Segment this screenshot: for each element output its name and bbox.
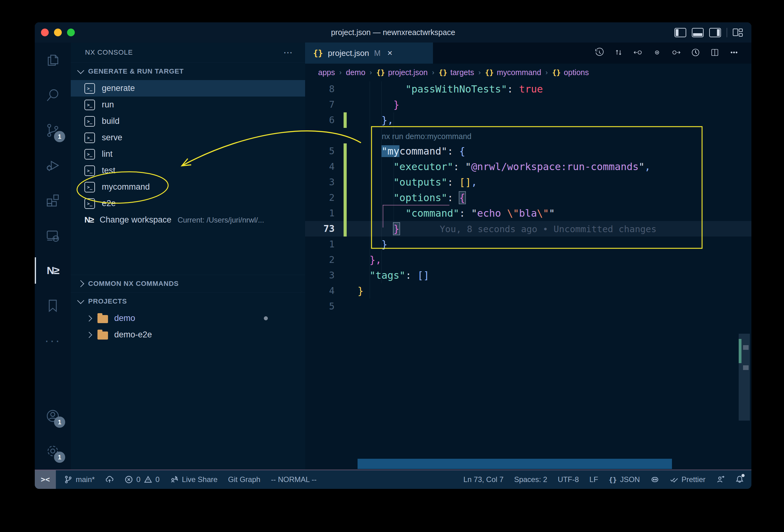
search-icon[interactable] <box>35 78 71 113</box>
breadcrumb-item-demo[interactable]: demo <box>346 68 366 77</box>
remote-explorer-icon[interactable] <box>35 218 71 253</box>
toggle-secondary-sidebar-icon[interactable] <box>709 28 721 37</box>
gutter: 5 <box>305 143 358 159</box>
branch-indicator[interactable]: main* <box>64 475 95 484</box>
customize-layout-icon[interactable] <box>733 28 743 37</box>
sidebar-item-serve[interactable]: >_ serve <box>71 130 305 146</box>
code-line[interactable]: 3 "outputs": [], <box>305 174 751 190</box>
live-share-button[interactable]: Live Share <box>170 475 218 484</box>
sidebar-item-run[interactable]: >_ run <box>71 96 305 113</box>
code-line[interactable]: 5 <box>305 299 751 314</box>
previous-change-icon[interactable] <box>633 48 643 59</box>
nx-logo-icon: N≥ <box>84 215 93 225</box>
run-and-debug-icon[interactable] <box>35 148 71 183</box>
nx-console-icon[interactable]: N≥ <box>35 253 71 288</box>
section-generate-run-target[interactable]: GENERATE & RUN TARGET <box>71 62 305 80</box>
code-line[interactable]: nx run demo:mycommand <box>305 128 751 143</box>
toggle-panel-icon[interactable] <box>692 28 704 37</box>
settings-gear-icon[interactable]: 1 <box>35 433 71 468</box>
code-editor[interactable]: 8 "passWithNoTests": true7 }6 },nx run d… <box>305 81 751 470</box>
remote-indicator[interactable]: >< <box>35 470 56 489</box>
extensions-icon[interactable] <box>35 183 71 218</box>
code-text: }You, 8 seconds ago • Uncommitted change… <box>358 221 751 236</box>
split-editor-icon[interactable] <box>710 48 720 59</box>
terminal-icon: >_ <box>84 149 95 160</box>
gutter: 5 <box>305 299 358 314</box>
code-line[interactable]: 4 "executor": "@nrwl/workspace:run-comma… <box>305 159 751 174</box>
code-line[interactable]: 3 "tags": [] <box>305 268 751 283</box>
notifications-bell-icon[interactable] <box>735 475 744 484</box>
problems-indicator[interactable]: 0 0 <box>124 475 160 484</box>
tab-project-json[interactable]: {} project.json M × <box>305 43 433 64</box>
accounts-badge: 1 <box>54 417 65 428</box>
terminal-icon: >_ <box>84 198 95 209</box>
source-control-icon[interactable]: 1 <box>35 113 71 148</box>
code-line[interactable]: 8 "passWithNoTests": true <box>305 81 751 97</box>
bookmarks-icon[interactable] <box>35 288 71 323</box>
modified-gutter-bar <box>343 159 347 174</box>
modified-gutter-bar <box>343 205 347 221</box>
cursor-position[interactable]: Ln 73, Col 7 <box>464 475 503 484</box>
section-common-nx-commands[interactable]: COMMON NX COMMANDS <box>71 275 305 292</box>
sidebar-title: NX CONSOLE <box>85 49 283 56</box>
gitlens-annotations-icon[interactable] <box>691 48 701 59</box>
open-change-icon[interactable] <box>652 48 662 59</box>
encoding-indicator[interactable]: UTF-8 <box>558 475 579 484</box>
code-line[interactable]: 5 "mycommand": { <box>305 143 751 159</box>
close-tab-icon[interactable]: × <box>387 48 392 58</box>
code-line[interactable]: 7 } <box>305 97 751 112</box>
zoom-window-button[interactable] <box>67 29 75 36</box>
source-control-badge: 1 <box>54 131 65 142</box>
feedback-button[interactable] <box>716 475 725 484</box>
chevron-down-icon <box>77 67 84 74</box>
code-line[interactable]: 73 }You, 8 seconds ago • Uncommitted cha… <box>305 221 751 236</box>
horizontal-scrollbar[interactable] <box>358 459 672 469</box>
copilot-status[interactable] <box>650 475 659 484</box>
project-item-demo[interactable]: demo <box>71 310 305 327</box>
vim-mode-indicator[interactable]: -- NORMAL -- <box>271 475 316 484</box>
terminal-icon: >_ <box>84 116 95 127</box>
breadcrumb-item-mycommand[interactable]: mycommand <box>497 68 541 77</box>
sidebar-item-generate[interactable]: >_ generate <box>71 80 305 96</box>
gutter: 8 <box>305 81 358 97</box>
more-actions-icon[interactable] <box>729 48 739 59</box>
sidebar-item-e2e[interactable]: >_ e2e <box>71 195 305 212</box>
code-line[interactable]: 1 "command": "echo \"bla\"" <box>305 205 751 221</box>
sidebar-item-test[interactable]: >_ test <box>71 162 305 179</box>
line-number: 3 <box>329 177 335 188</box>
next-change-icon[interactable] <box>671 48 681 59</box>
code-line[interactable]: 2 "options": { <box>305 190 751 205</box>
indentation-indicator[interactable]: Spaces: 2 <box>514 475 547 484</box>
breadcrumb-item-apps[interactable]: apps <box>318 68 335 77</box>
section-projects[interactable]: PROJECTS <box>71 292 305 310</box>
timeline-history-icon[interactable] <box>594 48 604 59</box>
code-line[interactable]: 1 } <box>305 236 751 252</box>
code-text: "command": "echo \"bla\"" <box>358 205 751 221</box>
sidebar-item-lint[interactable]: >_ lint <box>71 146 305 162</box>
project-item-demo-e2e[interactable]: demo-e2e <box>71 327 305 343</box>
eol-indicator[interactable]: LF <box>589 475 598 484</box>
code-line[interactable]: 2 }, <box>305 252 751 268</box>
minimize-window-button[interactable] <box>54 29 62 36</box>
code-line[interactable]: 4} <box>305 283 751 299</box>
breadcrumb-item-project-json[interactable]: project.json <box>388 68 428 77</box>
accounts-icon[interactable]: 1 <box>35 398 71 433</box>
formatter-status[interactable]: Prettier <box>670 475 705 484</box>
breadcrumb-item-targets[interactable]: targets <box>450 68 474 77</box>
code-line[interactable]: 6 }, <box>305 112 751 128</box>
language-mode[interactable]: {} JSON <box>609 475 640 484</box>
bracket-pair-guide <box>383 205 383 227</box>
close-window-button[interactable] <box>41 29 49 36</box>
sidebar-item-change-workspace[interactable]: N≥ Change workspace Current: /Users/juri… <box>71 212 305 228</box>
compare-changes-icon[interactable] <box>614 48 623 59</box>
toggle-primary-sidebar-icon[interactable] <box>674 28 686 37</box>
sync-changes-button[interactable] <box>105 475 114 484</box>
sidebar-more-actions-icon[interactable]: ⋯ <box>283 51 293 54</box>
explorer-icon[interactable] <box>35 43 71 78</box>
more-views-icon[interactable]: ··· <box>35 323 71 358</box>
git-graph-button[interactable]: Git Graph <box>228 475 260 484</box>
sidebar-item-mycommand[interactable]: >_ mycommand <box>71 179 305 195</box>
breadcrumb-item-options[interactable]: options <box>564 68 589 77</box>
branch-icon <box>64 475 73 484</box>
sidebar-item-build[interactable]: >_ build <box>71 113 305 130</box>
